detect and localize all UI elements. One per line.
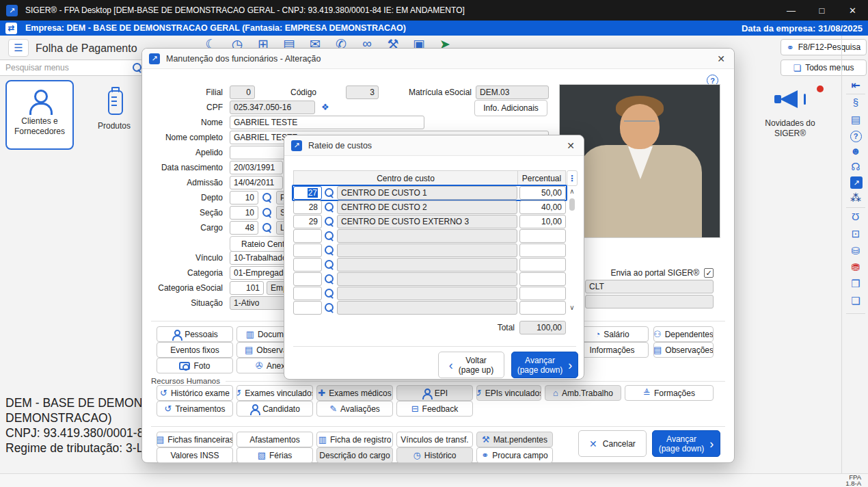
descricao-cargo-button[interactable]: Descrição do cargo (316, 447, 393, 463)
row-percentual-field[interactable]: 10,00 (519, 215, 566, 228)
row-search-icon[interactable] (325, 217, 334, 226)
cargo-code-field[interactable]: 48 (230, 221, 258, 235)
data-nascimento-field[interactable]: 20/03/1991 (230, 161, 283, 174)
close-window-button[interactable]: ✕ (837, 0, 868, 21)
row-search-icon[interactable] (325, 231, 334, 241)
employee-dialog-close-icon[interactable]: ✕ (717, 53, 725, 64)
vinculos-transf-button[interactable]: Vínculos de transf. (396, 432, 473, 447)
procura-campo-button[interactable]: ⚭Procura campo (476, 447, 553, 463)
siger-logo-icon[interactable]: ↗ (850, 176, 863, 189)
info-adicionais-button[interactable]: Info. Adicionais (474, 100, 547, 116)
row-percentual-field[interactable]: 50,00 (519, 186, 566, 200)
voltar-button[interactable]: ‹ Voltar(page up) (438, 352, 504, 378)
row-code-field[interactable] (293, 287, 322, 300)
change-company-icon[interactable]: ⇄ (5, 23, 17, 34)
exames-vinculados-button[interactable]: ↺Exames vinculados (236, 385, 313, 401)
amb-trabalho-button[interactable]: ⌂Amb.Trabalho (545, 385, 621, 401)
salario-button[interactable]: ◔Salário (575, 326, 649, 342)
treinamentos-button[interactable]: ↺Treinamentos (157, 401, 233, 417)
fichas-financeiras-button[interactable]: ▤Fichas financeiras (157, 432, 233, 447)
row-search-icon[interactable] (325, 260, 334, 269)
feedback-button[interactable]: ⊟Feedback (396, 401, 473, 417)
row-percentual-field[interactable] (519, 301, 566, 315)
menu-hamburger-button[interactable]: ☰ (8, 39, 29, 57)
folder-icon[interactable]: ❒ (846, 278, 865, 290)
monitor-icon[interactable]: ⊡ (846, 228, 865, 240)
row-code-field[interactable] (293, 258, 322, 272)
file-code-icon[interactable]: ❏ (846, 295, 865, 307)
rateio-avancar-button[interactable]: Avançar(page down) › (511, 352, 578, 378)
database-icon[interactable]: ⛁ (846, 245, 865, 257)
foto-button[interactable]: Foto (157, 358, 233, 373)
collapse-sidebar-icon[interactable]: ⇤ (846, 79, 865, 92)
ficha-registro-button[interactable]: ▥Ficha de registro (316, 432, 393, 447)
row-code-field[interactable]: 29 (293, 215, 322, 228)
row-search-icon[interactable] (325, 188, 334, 198)
formacoes-button[interactable]: ≜Formações (625, 385, 714, 401)
row-code-field[interactable]: 28 (293, 200, 322, 214)
cargo-search-icon[interactable] (262, 223, 272, 233)
scrollbar-thumb[interactable] (569, 198, 575, 211)
row-search-icon[interactable] (325, 289, 334, 298)
script-icon[interactable]: § (846, 96, 865, 109)
historico-exame-button[interactable]: ↺Histórico exame (157, 385, 233, 401)
row-search-icon[interactable] (325, 202, 334, 212)
secao-search-icon[interactable] (262, 208, 272, 218)
row-code-field[interactable] (293, 272, 322, 286)
cancelar-button[interactable]: ✕ Cancelar (578, 430, 647, 457)
depto-code-field[interactable]: 10 (230, 191, 258, 205)
row-percentual-field[interactable]: 40,00 (519, 200, 566, 214)
depto-search-icon[interactable] (262, 193, 272, 202)
row-percentual-field[interactable] (519, 287, 566, 300)
exames-medicos-button[interactable]: ✚Exames médicos (316, 385, 393, 401)
database-red-icon[interactable]: ⛃ (846, 261, 865, 274)
row-search-icon[interactable] (325, 246, 334, 255)
news-icon[interactable]: ▤ (846, 114, 865, 126)
maximize-button[interactable]: □ (806, 0, 837, 21)
nome-field[interactable]: GABRIEL TESTE (230, 116, 424, 129)
user-check-icon[interactable]: ☻ (846, 145, 865, 157)
row-percentual-field[interactable] (519, 229, 566, 243)
avaliacoes-button[interactable]: ✎Avaliações (316, 401, 393, 417)
scroll-down-icon[interactable]: ∨ (567, 304, 577, 311)
rateio-dialog-close-icon[interactable]: ✕ (567, 140, 575, 151)
pesquisa-button[interactable]: ⚭ F8/F12-Pesquisa (781, 39, 867, 55)
row-search-icon[interactable] (325, 274, 334, 284)
epis-vinculados-button[interactable]: ↺EPIs vinculados (476, 385, 541, 401)
headset-support-icon[interactable]: ☊ (846, 161, 865, 173)
observacoes2-button[interactable]: ▤Observações (653, 342, 714, 358)
row-code-field[interactable] (293, 244, 322, 257)
row-percentual-field[interactable] (519, 272, 566, 286)
people-group-icon[interactable]: ⁂ (846, 192, 865, 205)
secao-code-field[interactable]: 10 (230, 206, 258, 220)
envia-portal-checkbox[interactable]: ✓ (704, 268, 714, 278)
eventos-fixos-button[interactable]: Eventos fixos (157, 342, 233, 358)
scroll-up-icon[interactable]: ∧ (567, 187, 577, 195)
row-search-icon[interactable] (325, 303, 334, 313)
tile-clientes-fornecedores[interactable]: Clientes e Fornecedores (5, 80, 74, 150)
row-code-field[interactable] (293, 229, 322, 243)
row-code-field[interactable] (293, 301, 322, 315)
search-icon[interactable] (133, 63, 142, 73)
help-circle-icon[interactable]: ? (846, 129, 865, 142)
historico-button[interactable]: ◷Histórico (396, 447, 473, 463)
ferias-button[interactable]: ▧Férias (236, 447, 313, 463)
informacoes-button[interactable]: Informações (575, 342, 649, 358)
bell-icon[interactable]: Ω (846, 211, 865, 223)
pessoais-button[interactable]: Pessoais (157, 326, 233, 342)
minimize-button[interactable]: — (776, 0, 806, 21)
todos-menus-button[interactable]: ❏ Todos menus (781, 60, 867, 76)
mat-pendentes-button[interactable]: ⚒Mat.pendentes (476, 432, 553, 447)
candidato-button[interactable]: Candidato (236, 401, 313, 417)
search-menus-input[interactable] (0, 60, 146, 76)
row-percentual-field[interactable] (519, 258, 566, 272)
admissao-field[interactable]: 14/04/2011 (230, 176, 283, 189)
valores-inss-button[interactable]: Valores INSS (157, 447, 233, 463)
categoria-esocial-code-field[interactable]: 101 (230, 281, 264, 295)
row-percentual-field[interactable] (519, 244, 566, 257)
tile-produtos[interactable]: Produtos (79, 80, 149, 150)
dependentes-button[interactable]: ⚇Dependentes (653, 326, 714, 342)
row-code-field[interactable]: 27 (293, 186, 322, 200)
epi-button[interactable]: EPI (396, 385, 473, 401)
afastamentos-button[interactable]: Afastamentos (236, 432, 313, 447)
